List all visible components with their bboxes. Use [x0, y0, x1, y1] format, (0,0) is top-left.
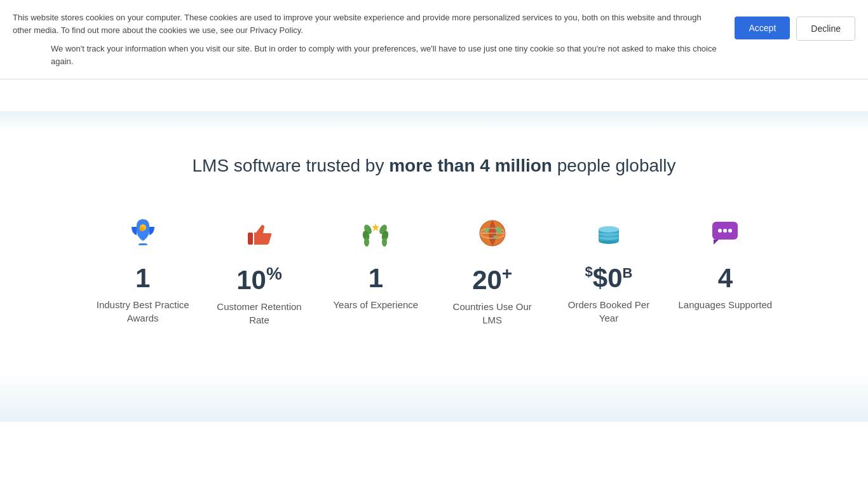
stat-number-languages: 4 — [718, 265, 733, 292]
svg-point-4 — [364, 238, 369, 247]
svg-point-23 — [728, 229, 732, 233]
cookie-main-text: This website stores cookies on your comp… — [13, 11, 722, 36]
stat-label-countries: Countries Use Our LMS — [444, 300, 541, 327]
svg-point-22 — [723, 229, 727, 233]
headline: LMS software trusted by more than 4 mill… — [13, 156, 855, 176]
stat-retention: 10% Customer Retention Rate — [201, 208, 317, 333]
laurel-icon — [356, 214, 395, 252]
stats-grid: 1 Industry Best Practice Awards 10% Cust… — [85, 208, 783, 333]
page-wrapper: LMS software trusted by more than 4 mill… — [0, 111, 868, 422]
thumbsup-icon — [240, 214, 278, 252]
globe-icon — [473, 214, 512, 252]
stat-label-languages: Languages Supported — [679, 298, 773, 311]
cookie-buttons: Accept Decline — [735, 11, 855, 41]
stat-label-awards: Industry Best Practice Awards — [94, 298, 191, 325]
stat-label-orders: Orders Booked Per Year — [560, 298, 657, 325]
stat-number-retention: 10% — [236, 265, 282, 294]
stat-languages: 4 Languages Supported — [667, 208, 783, 318]
stat-number-orders: $$0B — [585, 265, 633, 292]
cookie-text-block: This website stores cookies on your comp… — [13, 11, 722, 67]
accept-button[interactable]: Accept — [735, 17, 790, 39]
stat-experience: 1 Years of Experience — [318, 208, 434, 318]
cookie-sub-text: We won't track your information when you… — [13, 43, 722, 67]
headline-prefix: LMS software trusted by — [193, 156, 390, 175]
cookie-banner: This website stores cookies on your comp… — [0, 0, 868, 79]
stat-orders: $$0B Orders Booked Per Year — [550, 208, 667, 331]
top-band — [0, 111, 868, 130]
bottom-band — [0, 371, 868, 422]
trophy-icon — [124, 214, 162, 252]
svg-point-7 — [382, 238, 387, 247]
stat-countries: 20+ Countries Use Our LMS — [434, 208, 550, 333]
stat-number-awards: 1 — [135, 265, 150, 292]
svg-rect-1 — [248, 233, 253, 245]
stat-label-retention: Customer Retention Rate — [210, 300, 308, 327]
stat-label-experience: Years of Experience — [333, 298, 418, 311]
decline-button[interactable]: Decline — [796, 17, 855, 41]
svg-point-21 — [718, 229, 722, 233]
svg-point-19 — [599, 226, 619, 233]
svg-marker-8 — [372, 223, 379, 231]
headline-suffix: people globally — [552, 156, 676, 175]
stat-number-experience: 1 — [369, 265, 383, 292]
coins-icon — [590, 214, 628, 252]
headline-bold: more than 4 million — [389, 156, 552, 175]
stat-industry-awards: 1 Industry Best Practice Awards — [85, 208, 201, 331]
stat-number-countries: 20+ — [472, 265, 512, 294]
main-section: LMS software trusted by more than 4 mill… — [0, 130, 868, 371]
chat-icon — [706, 214, 744, 252]
